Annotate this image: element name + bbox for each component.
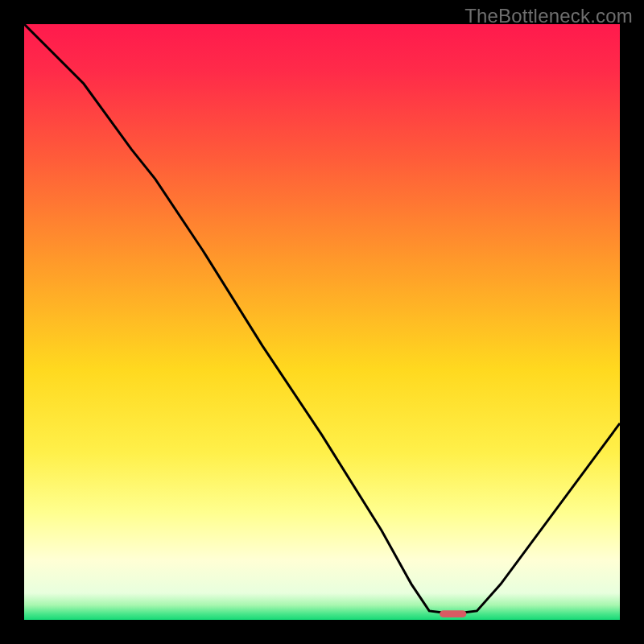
chart-background-gradient [24, 24, 620, 620]
optimal-marker [440, 610, 466, 617]
chart-plot-area [24, 24, 620, 620]
chart-svg [24, 24, 620, 620]
